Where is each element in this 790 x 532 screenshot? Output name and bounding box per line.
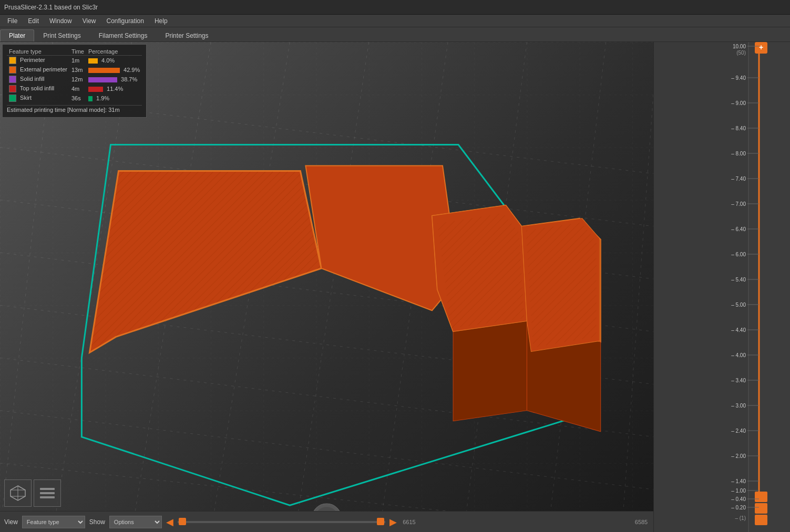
feature-time: 1m [69, 56, 86, 66]
table-row: Top solid infill 4m 11.4% [7, 84, 142, 93]
feature-time: 4m [69, 84, 86, 93]
feature-color-swatch [9, 57, 16, 64]
feature-name: Skirt [7, 93, 69, 103]
feature-bar [88, 87, 103, 92]
svg-text:– 7.40: – 7.40 [731, 176, 746, 182]
slider-right-arrow[interactable]: ▶ [389, 516, 397, 528]
svg-text:– 3.40: – 3.40 [731, 378, 746, 383]
svg-text:– 8.40: – 8.40 [731, 126, 746, 131]
svg-text:– 1.40: – 1.40 [731, 478, 746, 484]
bottom-bar: View Feature type Height Width Speed Fan… [0, 511, 653, 532]
svg-text:10.00: 10.00 [733, 44, 746, 49]
menu-view[interactable]: View [77, 16, 101, 26]
est-time-label: Estimated printing time [Normal mode]: [7, 107, 107, 113]
svg-marker-35 [437, 213, 524, 329]
feature-name: Perimeter [7, 56, 69, 66]
svg-text:– 2.40: – 2.40 [731, 428, 746, 434]
svg-text:– 1.00: – 1.00 [731, 488, 746, 494]
svg-rect-56 [755, 515, 767, 525]
feature-time: 13m [69, 65, 86, 75]
stats-panel: Feature type Time Percentage Perimeter 1… [2, 44, 147, 118]
view-cube [4, 479, 61, 507]
col-feature-type: Feature type [7, 48, 69, 56]
menubar: File Edit Window View Configuration Help [0, 15, 790, 27]
menu-help[interactable]: Help [149, 16, 173, 26]
est-time-value: 31m [108, 107, 119, 113]
slider-left-arrow[interactable]: ◀ [166, 516, 173, 528]
svg-text:– 3.00: – 3.00 [731, 403, 746, 409]
app-title: PrusaSlicer-2.3.1 based on Slic3r [4, 4, 98, 11]
feature-color-swatch [9, 85, 16, 92]
svg-text:– 4.00: – 4.00 [731, 352, 746, 358]
svg-text:– 6.40: – 6.40 [731, 226, 746, 232]
feature-pct-label: 38.7% [121, 76, 137, 82]
feature-bar [88, 58, 98, 64]
svg-text:– 9.40: – 9.40 [731, 75, 746, 81]
feature-pct-label: 11.4% [107, 86, 123, 92]
viewport: ⊕ Feature type Time Percentage Perimeter… [0, 42, 653, 511]
feature-name: Solid infill [7, 75, 69, 84]
cube-3d-button[interactable] [4, 479, 32, 507]
svg-text:– 4.40: – 4.40 [731, 327, 746, 333]
svg-text:– 8.00: – 8.00 [731, 151, 746, 157]
svg-text:+: + [759, 43, 763, 51]
svg-text:(50): (50) [736, 50, 746, 56]
svg-rect-45 [40, 488, 55, 490]
feature-time: 12m [69, 75, 86, 84]
view-label: View [4, 518, 18, 526]
tab-plater[interactable]: Plater [0, 29, 34, 41]
feature-percentage: 11.4% [86, 84, 142, 93]
svg-text:– 5.00: – 5.00 [731, 302, 746, 308]
svg-text:– 5.40: – 5.40 [731, 277, 746, 283]
estimated-time: Estimated printing time [Normal mode]: 3… [7, 105, 142, 114]
svg-rect-54 [755, 492, 767, 502]
slider-right-value: 6615 [401, 519, 417, 525]
svg-text:– 2.00: – 2.00 [731, 453, 746, 459]
feature-name: Top solid infill [7, 84, 69, 93]
show-dropdown[interactable]: Options All None [109, 516, 162, 528]
feature-bar [88, 96, 93, 101]
tabbar: Plater Print Settings Filament Settings … [0, 27, 790, 42]
col-percentage: Percentage [86, 48, 142, 56]
feature-color-swatch [9, 66, 16, 74]
menu-file[interactable]: File [2, 16, 23, 26]
slider-left-value: 6585 [633, 519, 649, 525]
menu-configuration[interactable]: Configuration [101, 16, 149, 26]
layers-button[interactable] [34, 479, 61, 507]
feature-bar [88, 77, 117, 82]
right-ruler-panel: + 10.00 (50) – 9.40 – 9.00 – 8.40 – 8.00… [653, 42, 790, 532]
feature-color-swatch [9, 95, 16, 102]
feature-percentage: 42.9% [86, 65, 142, 75]
slider-thumb-right[interactable] [377, 518, 384, 525]
feature-bar [88, 68, 120, 73]
tab-filament-settings[interactable]: Filament Settings [90, 29, 157, 41]
col-time: Time [69, 48, 86, 56]
menu-edit[interactable]: Edit [23, 16, 44, 26]
feature-pct-label: 4.0% [101, 57, 115, 64]
table-row: External perimeter 13m 42.9% [7, 65, 142, 75]
svg-text:– 0.40: – 0.40 [731, 496, 746, 502]
titlebar: PrusaSlicer-2.3.1 based on Slic3r [0, 0, 790, 15]
view-dropdown[interactable]: Feature type Height Width Speed Fan spee… [22, 516, 85, 528]
menu-window[interactable]: Window [44, 16, 77, 26]
feature-percentage: 4.0% [86, 56, 142, 66]
table-row: Skirt 36s 1.9% [7, 93, 142, 103]
layer-slider-track[interactable] [178, 521, 386, 523]
feature-percentage: 1.9% [86, 93, 142, 103]
feature-color-swatch [9, 76, 16, 83]
svg-text:– 7.00: – 7.00 [731, 201, 746, 207]
ruler-svg: + 10.00 (50) – 9.40 – 9.00 – 8.40 – 8.00… [654, 42, 790, 532]
slider-thumb-left[interactable] [179, 518, 186, 525]
feature-pct-label: 42.9% [124, 67, 140, 73]
feature-table: Feature type Time Percentage Perimeter 1… [7, 48, 142, 103]
feature-pct-label: 1.9% [96, 95, 109, 101]
svg-text:– 6.00: – 6.00 [731, 252, 746, 257]
svg-text:– (1): – (1) [735, 515, 746, 521]
feature-time: 36s [69, 93, 86, 103]
table-row: Solid infill 12m 38.7% [7, 75, 142, 84]
tab-printer-settings[interactable]: Printer Settings [156, 29, 217, 41]
svg-text:– 9.00: – 9.00 [731, 100, 746, 106]
feature-percentage: 38.7% [86, 75, 142, 84]
svg-rect-47 [40, 496, 55, 498]
tab-print-settings[interactable]: Print Settings [34, 29, 89, 41]
